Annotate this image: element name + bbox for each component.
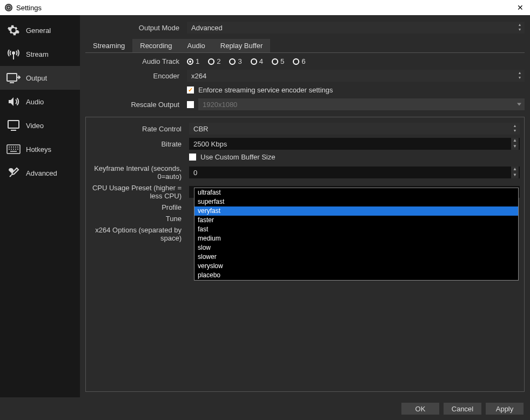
x264-opts-label: x264 Options (separated by space) [90,226,185,242]
rescale-combo: 1920x1080 [198,98,525,110]
dd-item-veryfast[interactable]: veryfast [194,206,518,216]
audio-track-3[interactable]: 3 [229,57,241,65]
audio-track-2[interactable]: 2 [208,57,220,65]
cpu-preset-label: CPU Usage Preset (higher = less CPU) [90,184,185,200]
svg-point-2 [8,6,10,9]
dd-item-placebo[interactable]: placebo [194,271,518,280]
sidebar-item-output[interactable]: Output [0,66,80,90]
rate-control-value: CBR [193,125,208,133]
profile-label: Profile [90,203,185,211]
close-button[interactable]: ✕ [515,3,526,12]
dd-item-ultrafast[interactable]: ultrafast [194,188,518,197]
rescale-checkbox[interactable] [187,101,194,108]
output-mode-combo[interactable]: Advanced ▲▼ [187,22,525,34]
sidebar-item-stream[interactable]: Stream [0,42,80,66]
sidebar-item-hotkeys[interactable]: Hotkeys [0,137,80,161]
audio-track-5[interactable]: 5 [272,57,284,65]
cpu-preset-dropdown-list[interactable]: ultrafast superfast veryfast faster fast… [194,188,519,281]
audio-track-label: Audio Track [85,57,183,65]
keyboard-icon [6,142,21,156]
encoder-label: Encoder [85,72,183,80]
settings-sidebar: General Stream Output Audio Video Hotkey… [0,15,80,397]
sidebar-item-general[interactable]: General [0,18,80,42]
output-icon [6,71,21,85]
sidebar-label: Stream [26,50,49,58]
ok-button[interactable]: OK [401,403,439,415]
window-title: Settings [16,4,42,12]
sidebar-item-advanced[interactable]: Advanced [0,161,80,185]
custom-buffer-checkbox[interactable] [189,154,196,161]
bitrate-input[interactable]: 2500 Kbps ▲▼ [189,138,520,150]
dd-item-slow[interactable]: slow [194,243,518,252]
audio-track-6[interactable]: 6 [293,57,305,65]
sidebar-label: Output [26,74,47,82]
dd-item-medium[interactable]: medium [194,234,518,243]
svg-rect-5 [7,74,17,81]
speaker-icon [6,95,21,109]
encoder-value: x264 [191,72,206,80]
apply-button[interactable]: Apply [486,403,524,415]
keyframe-input[interactable]: 0 ▲▼ [189,166,520,178]
tab-streaming[interactable]: Streaming [85,39,132,52]
enforce-checkbox[interactable] [187,86,194,94]
custom-buffer-label: Use Custom Buffer Size [200,153,275,161]
sidebar-item-video[interactable]: Video [0,114,80,137]
svg-point-3 [12,52,15,54]
output-mode-label: Output Mode [85,24,183,32]
sidebar-label: Hotkeys [26,145,51,154]
rescale-label: Rescale Output [85,101,183,109]
rate-control-label: Rate Control [90,125,185,133]
dd-item-superfast[interactable]: superfast [194,197,518,206]
rate-control-combo[interactable]: CBR ▲▼ [189,123,520,135]
dd-item-fast[interactable]: fast [194,225,518,234]
tab-audio[interactable]: Audio [180,39,213,52]
rescale-value: 1920x1080 [203,101,237,109]
keyframe-value: 0 [193,169,197,177]
content-pane: Output Mode Advanced ▲▼ Streaming Record… [80,15,530,397]
output-tabs: Streaming Recording Audio Replay Buffer [85,39,525,53]
broadcast-icon [6,47,21,61]
audio-track-4[interactable]: 4 [251,57,263,65]
audio-track-1[interactable]: 1 [187,57,199,65]
dd-item-veryslow[interactable]: veryslow [194,262,518,271]
keyframe-label: Keyframe Interval (seconds, 0=auto) [90,164,185,181]
dd-item-slower[interactable]: slower [194,252,518,262]
enforce-label: Enforce streaming service encoder settin… [198,86,333,94]
sidebar-label: General [26,26,51,35]
monitor-icon [6,118,21,132]
bitrate-value: 2500 Kbps [193,140,227,148]
sidebar-label: Video [26,122,44,130]
encoder-settings-box: Rate Control CBR ▲▼ Bitrate 2500 Kbps ▲▼… [85,117,525,392]
obs-logo-icon [4,3,13,12]
encoder-combo[interactable]: x264 ▲▼ [187,70,525,82]
dd-item-faster[interactable]: faster [194,216,518,225]
output-mode-value: Advanced [191,24,223,32]
gear-icon [6,23,21,37]
sidebar-item-audio[interactable]: Audio [0,90,80,114]
tools-icon [6,166,21,180]
cancel-button[interactable]: Cancel [444,403,481,415]
title-bar: Settings ✕ [0,0,530,15]
tab-recording[interactable]: Recording [132,39,179,52]
audio-track-group: 1 2 3 4 5 6 [187,57,305,65]
svg-rect-7 [8,121,19,128]
sidebar-label: Audio [26,98,44,106]
tab-replay-buffer[interactable]: Replay Buffer [213,39,271,52]
tune-label: Tune [90,215,185,223]
bitrate-label: Bitrate [90,140,185,148]
dialog-footer: OK Cancel Apply [0,397,530,420]
sidebar-label: Advanced [26,169,57,177]
